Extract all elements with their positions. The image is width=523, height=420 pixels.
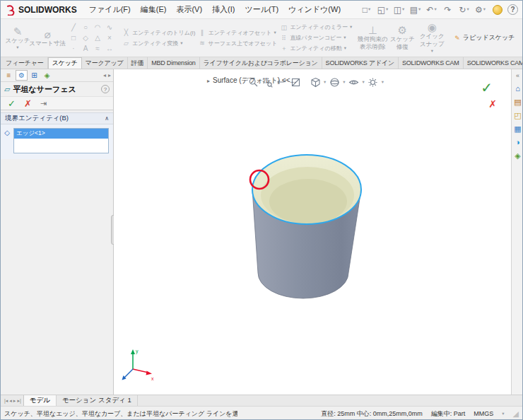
menu-window[interactable]: ウィンドウ(W) xyxy=(283,1,346,18)
part-inner-bottom[interactable] xyxy=(269,179,347,224)
mirror-entities-icon: ◫ xyxy=(280,24,288,31)
user-avatar[interactable] xyxy=(493,5,503,15)
confirm-cancel-button[interactable]: ✗ xyxy=(488,99,497,109)
resources-home-icon[interactable]: ⌂ xyxy=(515,85,520,93)
property-manager-tab-icon[interactable]: ⚙ xyxy=(16,70,28,81)
ok-button[interactable]: ✓ xyxy=(8,98,16,109)
tab-solidworks-cam-tbm[interactable]: SOLIDWORKS CAM TBM xyxy=(464,57,522,69)
mirror-entities-button[interactable]: ◫ エンティティのミラー ▾ xyxy=(280,23,352,32)
quick-access-toolbar: □▾ ◱▾ ◫▾ ▤▾ ↶▾ ↷ ↻▾ ⚙▾ ? xyxy=(359,4,518,16)
save-icon[interactable]: ◫▾ xyxy=(392,4,406,16)
selection-listbox[interactable]: エッジ<1> xyxy=(13,128,109,153)
first-tab-icon[interactable]: |◂ xyxy=(4,398,8,404)
previous-view-icon[interactable] xyxy=(275,76,288,88)
manager-tab-scroll: ◂ ▸ xyxy=(103,72,111,78)
menu-tools[interactable]: ツール(T) xyxy=(240,1,283,18)
last-tab-icon[interactable]: ▸| xyxy=(17,398,20,404)
repair-sketch-button[interactable]: ⚙ スケッチ 修復 xyxy=(387,21,417,55)
print-icon[interactable]: ▤▾ xyxy=(408,4,423,16)
view-settings-icon[interactable] xyxy=(367,76,380,88)
spline-tool-icon[interactable]: ∿ xyxy=(104,23,115,33)
feature-help-icon[interactable]: ? xyxy=(101,85,110,93)
model-scene: x y xyxy=(114,69,511,395)
tab-model[interactable]: モデル xyxy=(23,395,57,406)
custom-properties-icon[interactable]: ◈ xyxy=(515,152,520,160)
display-style-icon[interactable] xyxy=(328,76,341,88)
equation-tool-icon[interactable]: ≈ xyxy=(92,44,103,54)
tab-solidworks-addins[interactable]: SOLIDWORKS アドイン xyxy=(322,57,399,69)
status-units[interactable]: MMGS xyxy=(474,410,493,417)
tab-markup[interactable]: マークアップ xyxy=(82,57,128,69)
trim-entities-button[interactable]: ╳ エンティティのトリム(I) xyxy=(122,28,195,37)
point-tool-icon[interactable]: · xyxy=(68,44,79,54)
undo-icon[interactable]: ↶▾ xyxy=(424,4,439,16)
tab-motion-study[interactable]: モーション スタディ 1 xyxy=(57,395,138,406)
offset-on-surface-button[interactable]: ≋ サーフェス上でオフセット xyxy=(198,39,277,48)
help-icon[interactable]: ? xyxy=(507,4,518,15)
display-delete-relations-button[interactable]: ⊥ 幾何拘束の 表示/削除 xyxy=(358,21,387,55)
task-pane-collapse-icon[interactable]: « xyxy=(516,72,519,79)
tab-features[interactable]: フィーチャー xyxy=(2,57,48,69)
tab-mbd-dimension[interactable]: MBD Dimension xyxy=(148,57,199,69)
status-measurement: 直径: 25mm 中心: 0mm,25mm,0mm xyxy=(321,409,423,419)
convert-entities-button[interactable]: ▱ エンティティ変換 ▾ xyxy=(122,39,195,48)
tab-solidworks-cam[interactable]: SOLIDWORKS CAM xyxy=(399,57,464,69)
cancel-button[interactable]: ✗ xyxy=(24,98,32,109)
line-tool-icon[interactable]: ╱ xyxy=(68,23,79,33)
view-palette-icon[interactable]: ▦ xyxy=(514,125,521,133)
dimxpert-manager-tab-icon[interactable]: ◈ xyxy=(41,70,53,81)
redo-icon[interactable]: ↷ xyxy=(440,4,455,16)
trim-tool-icon[interactable]: × xyxy=(104,33,115,43)
text-tool-icon[interactable]: A xyxy=(80,44,91,54)
tab-lifecycle-collaboration[interactable]: ライフサイクルおよびコラボレーション xyxy=(200,57,322,69)
tab-evaluate[interactable]: 評価 xyxy=(128,57,148,69)
pin-icon[interactable]: ⇥ xyxy=(40,99,47,108)
scroll-left-icon[interactable]: ◂ xyxy=(103,72,106,78)
boundary-entities-section-header[interactable]: 境界エンティティ(B) ∧ xyxy=(1,112,113,124)
instant2d-button[interactable]: 2D Instant2D xyxy=(519,21,523,55)
polygon-tool-icon[interactable]: ◇ xyxy=(80,33,91,43)
units-dropdown-icon[interactable]: ▾ xyxy=(502,412,504,416)
move-tool-icon[interactable]: ↔ xyxy=(104,44,115,54)
rapid-sketch-button[interactable]: ✎ ラピッドスケッチ xyxy=(451,21,518,55)
rectangle-tool-icon[interactable]: □ xyxy=(68,33,79,43)
triad-x-label: x xyxy=(151,376,154,381)
section-view-icon[interactable] xyxy=(289,76,302,88)
command-manager-tab-bar: フィーチャー スケッチ マークアップ 評価 MBD Dimension ライフサ… xyxy=(1,57,522,69)
offset-entities-button[interactable]: ∥ エンティティオフセット ▾ xyxy=(198,28,277,37)
menu-file[interactable]: ファイル(F) xyxy=(84,1,136,18)
options-icon[interactable]: ⚙▾ xyxy=(473,4,488,16)
selected-edge-item[interactable]: エッジ<1> xyxy=(14,129,108,139)
resize-grip-icon[interactable]: ◢ xyxy=(513,409,519,419)
quick-snaps-button[interactable]: ◉ クイック スナップ ▾ xyxy=(417,21,447,55)
triangle-tool-icon[interactable]: △ xyxy=(92,33,103,43)
smart-dimension-button[interactable]: ⌀ スマート寸法 xyxy=(33,21,62,55)
feature-manager-tab-icon[interactable]: ≡ xyxy=(3,70,15,81)
zoom-to-area-icon[interactable] xyxy=(261,76,274,88)
file-explorer-icon[interactable]: ◰ xyxy=(514,112,521,119)
hide-show-items-icon[interactable] xyxy=(348,76,360,88)
previous-tab-icon[interactable]: ◂ xyxy=(9,398,12,404)
graphics-viewport[interactable]: x y ▸ Surface (デフォルト) <<... xyxy=(114,69,511,395)
arc-tool-icon[interactable]: ◠ xyxy=(92,23,103,33)
view-orientation-icon[interactable] xyxy=(309,76,322,88)
sketch-button[interactable]: ✎ スケッチ ▾ xyxy=(3,21,33,55)
relations-icon: ⊥ xyxy=(368,25,377,35)
linear-pattern-button[interactable]: ⠿ 直線パターンコピー ▾ xyxy=(280,33,352,42)
appearances-scenes-icon[interactable]: ◑ xyxy=(515,139,520,146)
circle-tool-icon[interactable]: ○ xyxy=(80,23,91,33)
menu-view[interactable]: 表示(V) xyxy=(171,1,207,18)
rebuild-icon[interactable]: ↻▾ xyxy=(457,4,471,16)
new-document-icon[interactable]: □▾ xyxy=(359,4,374,16)
confirm-ok-button[interactable]: ✓ xyxy=(481,81,493,95)
menu-edit[interactable]: 編集(E) xyxy=(136,1,172,18)
tab-sketch[interactable]: スケッチ xyxy=(48,57,82,69)
configuration-manager-tab-icon[interactable]: ⊞ xyxy=(28,70,40,81)
move-entities-button[interactable]: + エンティティの移動 ▾ xyxy=(280,44,352,53)
design-library-icon[interactable]: ▤ xyxy=(514,98,521,106)
zoom-fit-icon[interactable] xyxy=(247,76,259,88)
next-tab-icon[interactable]: ▸ xyxy=(13,398,16,404)
open-icon[interactable]: ◱▾ xyxy=(375,4,390,16)
scroll-right-icon[interactable]: ▸ xyxy=(108,72,111,78)
menu-insert[interactable]: 挿入(I) xyxy=(207,1,240,18)
